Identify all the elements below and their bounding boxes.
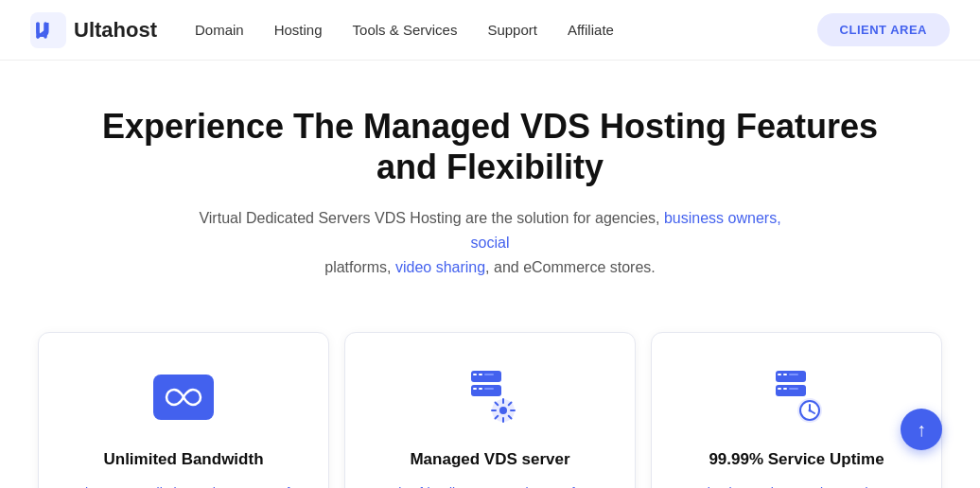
- logo-link[interactable]: U Ultahost: [30, 12, 157, 48]
- svg-rect-11: [479, 388, 482, 390]
- card-uptime-title: 99.99% Service Uptime: [709, 450, 884, 469]
- navbar: U Ultahost Domain Hosting Tools & Servic…: [0, 0, 980, 61]
- svg-rect-6: [473, 374, 477, 375]
- card-bandwidth: Unlimited Bandwidth There are no limits …: [38, 332, 329, 488]
- logo-text: Ultahost: [74, 18, 157, 43]
- svg-rect-22: [789, 388, 798, 390]
- nav-item-hosting[interactable]: Hosting: [274, 22, 323, 38]
- svg-rect-8: [484, 374, 494, 375]
- svg-point-14: [499, 407, 507, 414]
- svg-rect-17: [783, 374, 787, 375]
- card-bandwidth-desc: There are no limits on the amount of tra…: [65, 482, 302, 488]
- svg-rect-10: [473, 388, 477, 390]
- card-icon-wrap-bandwidth: [153, 363, 214, 431]
- nav-item-support[interactable]: Support: [487, 22, 537, 38]
- nav-links: Domain Hosting Tools & Services Support …: [195, 22, 817, 38]
- hero-heading: Experience The Managed VDS Hosting Featu…: [76, 106, 904, 187]
- svg-point-27: [809, 410, 812, 412]
- hero-subtext: Virtual Dedicated Servers VDS Hosting ar…: [197, 206, 783, 279]
- server-clock-icon: [762, 367, 831, 427]
- svg-rect-12: [484, 388, 494, 390]
- svg-rect-9: [471, 385, 501, 396]
- scroll-to-top-button[interactable]: ↑: [901, 409, 942, 450]
- svg-rect-7: [479, 374, 482, 375]
- server-gear-icon: [456, 367, 524, 427]
- nav-item-affiliate[interactable]: Affiliate: [568, 22, 614, 38]
- card-bandwidth-title: Unlimited Bandwidth: [103, 450, 263, 469]
- svg-rect-21: [783, 388, 787, 390]
- svg-rect-15: [776, 371, 806, 382]
- client-area-button[interactable]: CLIENT AREA: [817, 13, 950, 46]
- nav-item-tools[interactable]: Tools & Services: [353, 22, 458, 38]
- card-managed: Managed VDS server Enjoy friendly, smart…: [344, 332, 636, 488]
- card-managed-title: Managed VDS server: [410, 450, 569, 469]
- svg-rect-19: [776, 385, 806, 396]
- svg-rect-18: [789, 374, 798, 375]
- svg-rect-5: [471, 371, 501, 382]
- card-icon-wrap-managed: [456, 363, 524, 431]
- logo-icon: U: [30, 12, 66, 48]
- nav-item-domain[interactable]: Domain: [195, 22, 244, 38]
- card-uptime-desc: Our business-class track record means so…: [678, 482, 915, 488]
- card-uptime: 99.99% Service Uptime Our business-class…: [651, 332, 942, 488]
- card-managed-desc: Enjoy friendly, smart assistance from ou…: [372, 482, 608, 488]
- svg-rect-16: [778, 374, 781, 375]
- feature-cards: Unlimited Bandwidth There are no limits …: [0, 309, 980, 488]
- svg-rect-20: [778, 388, 781, 390]
- hero-section: Experience The Managed VDS Hosting Featu…: [0, 61, 980, 309]
- infinity-icon: [153, 375, 214, 420]
- card-icon-wrap-uptime: [762, 363, 831, 431]
